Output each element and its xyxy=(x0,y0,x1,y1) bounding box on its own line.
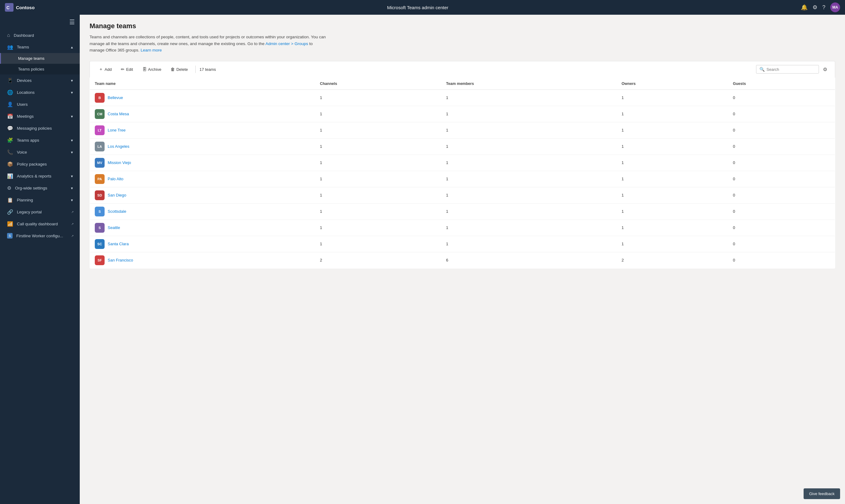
hamburger-icon[interactable]: ☰ xyxy=(69,18,75,26)
sidebar-item-teams-apps[interactable]: 🧩 Teams apps ▼ xyxy=(0,134,80,146)
team-name-link[interactable]: Palo Alto xyxy=(108,177,123,181)
sidebar-item-org-wide-settings[interactable]: ⚙ Org-wide settings ▼ xyxy=(0,182,80,194)
sidebar-item-legacy-portal[interactable]: 🔗 Legacy portal ↗ xyxy=(0,206,80,218)
page-description: Teams and channels are collections of pe… xyxy=(90,34,329,54)
team-name-link[interactable]: San Diego xyxy=(108,193,126,197)
learn-more-link[interactable]: Learn more xyxy=(140,48,162,52)
notification-icon[interactable]: 🔔 xyxy=(801,4,808,11)
team-avatar: B xyxy=(95,93,105,103)
policy-packages-icon: 📦 xyxy=(7,161,13,167)
sidebar-item-locations[interactable]: 🌐 Locations ▼ xyxy=(0,87,80,98)
team-name-link[interactable]: Scottsdale xyxy=(108,209,126,214)
team-name-cell: SC Santa Clara xyxy=(90,236,315,252)
logo-text: Contoso xyxy=(16,5,35,10)
team-name-link[interactable]: Bellevue xyxy=(108,95,123,100)
sidebar-label-users: Users xyxy=(17,102,74,107)
analytics-icon: 📊 xyxy=(7,173,13,179)
team-avatar: SC xyxy=(95,239,105,249)
edit-button[interactable]: ✏ Edit xyxy=(117,65,137,74)
team-name-link[interactable]: Costa Mesa xyxy=(108,112,129,116)
sidebar-item-firstline-worker[interactable]: S Firstline Worker configu... ↗ xyxy=(0,230,80,241)
sidebar-item-call-quality[interactable]: 📶 Call quality dashboard ↗ xyxy=(0,218,80,230)
voice-icon: 📞 xyxy=(7,149,13,155)
table-row: CM Costa Mesa 1 1 1 0 xyxy=(90,106,835,122)
archive-label: Archive xyxy=(148,67,161,72)
team-name-link[interactable]: Mission Viejo xyxy=(108,160,131,165)
sidebar-item-messaging-policies[interactable]: 💬 Messaging policies xyxy=(0,122,80,134)
layout: ☰ ⌂ Dashboard 👥 Teams ▲ Manage teams Tea… xyxy=(0,15,845,504)
sidebar-label-legacy-portal: Legacy portal xyxy=(17,210,68,214)
teams-apps-icon: 🧩 xyxy=(7,137,13,143)
team-channels: 1 xyxy=(315,236,441,252)
team-guests: 0 xyxy=(728,236,835,252)
team-name-cell: S Scottsdale xyxy=(90,203,315,219)
give-feedback-button[interactable]: Give feedback xyxy=(804,488,840,499)
team-members: 1 xyxy=(441,138,616,155)
sidebar-header: ☰ xyxy=(0,15,80,30)
teams-submenu: Manage teams Teams policies xyxy=(0,53,80,74)
team-guests: 0 xyxy=(728,90,835,106)
team-name-link[interactable]: Santa Clara xyxy=(108,241,129,246)
sidebar-item-manage-teams[interactable]: Manage teams xyxy=(0,53,80,64)
toolbar-divider xyxy=(195,66,196,73)
sidebar-item-planning[interactable]: 📋 Planning ▼ xyxy=(0,194,80,206)
team-avatar: MV xyxy=(95,158,105,168)
teams-apps-chevron: ▼ xyxy=(70,139,74,142)
admin-center-groups-link[interactable]: Admin center > Groups xyxy=(265,41,308,46)
team-owners: 1 xyxy=(617,171,728,187)
sidebar-item-dashboard[interactable]: ⌂ Dashboard xyxy=(0,30,80,41)
archive-button[interactable]: 🗄 Archive xyxy=(138,65,165,74)
team-members: 1 xyxy=(441,122,616,138)
sidebar-item-voice[interactable]: 📞 Voice ▼ xyxy=(0,146,80,158)
search-box: 🔍 xyxy=(756,65,819,74)
team-channels: 1 xyxy=(315,155,441,171)
team-owners: 1 xyxy=(617,138,728,155)
archive-icon: 🗄 xyxy=(142,67,147,72)
sidebar-item-devices[interactable]: 📱 Devices ▼ xyxy=(0,74,80,87)
sidebar-label-teams: Teams xyxy=(17,45,67,49)
settings-icon[interactable]: ⚙ xyxy=(812,4,817,11)
team-guests: 0 xyxy=(728,171,835,187)
sidebar-item-meetings[interactable]: 📅 Meetings ▼ xyxy=(0,110,80,122)
team-channels: 1 xyxy=(315,203,441,219)
team-owners: 1 xyxy=(617,203,728,219)
team-name-link[interactable]: Los Angeles xyxy=(108,144,129,149)
team-name-cell: LT Lone Tree xyxy=(90,122,315,138)
sidebar-label-policy-packages: Policy packages xyxy=(17,162,74,166)
team-channels: 1 xyxy=(315,106,441,122)
locations-icon: 🌐 xyxy=(7,90,13,95)
org-settings-chevron: ▼ xyxy=(70,186,74,190)
delete-button[interactable]: 🗑 Delete xyxy=(166,65,192,74)
sidebar-label-voice: Voice xyxy=(17,150,67,155)
help-icon[interactable]: ? xyxy=(822,4,825,11)
team-avatar: LT xyxy=(95,125,105,135)
table-row: LA Los Angeles 1 1 1 0 xyxy=(90,138,835,155)
team-name-link[interactable]: Lone Tree xyxy=(108,128,126,132)
firstline-worker-icon: S xyxy=(7,233,13,238)
col-team-name: Team name xyxy=(90,77,315,90)
search-input[interactable] xyxy=(767,67,815,72)
sidebar-item-teams-policies[interactable]: Teams policies xyxy=(0,64,80,74)
devices-chevron: ▼ xyxy=(70,79,74,83)
team-avatar: S xyxy=(95,206,105,216)
team-channels: 2 xyxy=(315,252,441,268)
team-name-link[interactable]: San Francisco xyxy=(108,258,133,263)
team-channels: 1 xyxy=(315,138,441,155)
sidebar-item-users[interactable]: 👤 Users xyxy=(0,98,80,110)
col-owners: Owners xyxy=(617,77,728,90)
sidebar-item-analytics-reports[interactable]: 📊 Analytics & reports ▼ xyxy=(0,170,80,182)
analytics-chevron: ▼ xyxy=(70,175,74,178)
team-owners: 1 xyxy=(617,236,728,252)
team-name-link[interactable]: Seattle xyxy=(108,225,120,230)
external-icon-callquality: ↗ xyxy=(71,222,74,226)
user-avatar[interactable]: MA xyxy=(830,2,840,12)
sidebar-item-policy-packages[interactable]: 📦 Policy packages xyxy=(0,158,80,170)
external-icon-firstline: ↗ xyxy=(71,234,74,238)
col-channels: Channels xyxy=(315,77,441,90)
sidebar-item-teams[interactable]: 👥 Teams ▲ xyxy=(0,41,80,53)
column-settings-button[interactable]: ⚙ xyxy=(820,65,830,74)
team-guests: 0 xyxy=(728,106,835,122)
team-members: 1 xyxy=(441,155,616,171)
add-button[interactable]: ＋ Add xyxy=(95,65,116,74)
team-avatar: SF xyxy=(95,255,105,265)
